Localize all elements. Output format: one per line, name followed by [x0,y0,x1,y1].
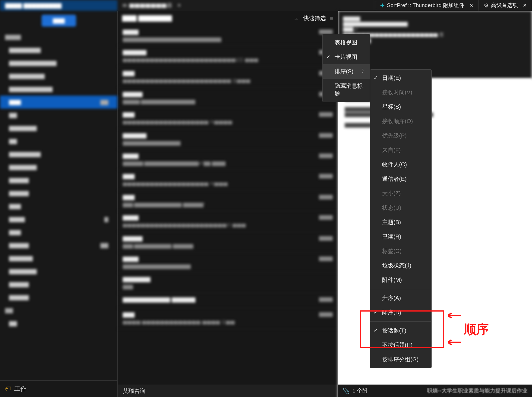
sort-threaded[interactable]: ✓按话题(T) [370,323,431,338]
sort-priority[interactable]: 优先级(P) [370,128,431,143]
message-row[interactable]: ▇▇▇▇▇▇▇▇▇▇▇▇▇▇▇▇▇▇▇▇▇▇▇▇▇▇▇▇▇▇▇行 ▇▇▇ [118,211,338,232]
folder-item[interactable]: ▇▇ [0,317,117,330]
folder-item[interactable]: ▇▇▇▇▇▇▇▇▇▇▇▇ [0,57,117,70]
sort-unthreaded[interactable]: 不按话题(H) [370,338,431,352]
folder-item[interactable]: ▇▇▇ [0,200,117,213]
tab-mail[interactable]: ✉▇▇▇▇▇▇▇器 × [117,0,375,11]
sort-junk[interactable]: 垃圾状态(J) [370,258,431,273]
menu-item-table-view[interactable]: 表格视图 [323,35,370,50]
filter-icon[interactable]: ⫠ [294,15,299,22]
sort-correspondent[interactable]: 通信者(E) [370,172,431,186]
folder-item[interactable]: ▇▇▇▇▇▇▇▇ [0,44,117,57]
folder-sidebar: ▇▇▇ ▇▇▇▇ ▇▇▇▇▇▇▇▇ ▇▇▇▇▇▇▇▇▇▇▇▇ ▇▇▇▇▇▇▇▇▇… [0,11,117,397]
check-icon: ✓ [374,75,378,81]
sort-status[interactable]: 状态(U) [370,201,431,215]
sort-star[interactable]: 星标(S) [370,100,431,114]
message-row[interactable]: ▇▇▇▇▇▇▇▇▇▇▇▇▇▇▇▇▇▇▇▇▇▇▇▇▇▇▇▇▇▇▇▇▇▇▇记】▇▇▇ [118,46,338,67]
annotation-arrow-icon [445,311,462,320]
sort-ascending[interactable]: 升序(A) [370,291,431,305]
message-row[interactable]: ▇▇▇▇▇▇▇▇▇▇ ▇▇▇▇▇▇▇▇▇▇▇▇▇▇ ▇▇▇▇▇▇" [118,191,338,211]
close-icon[interactable]: × [469,2,473,9]
folder-item[interactable]: ▇▇▇▇▇ [0,174,117,187]
folder-title: ▇▇▇ ▇▇▇▇▇▇▇ [122,14,290,22]
check-icon: ✓ [374,309,378,316]
addon-icon: ✦ [380,2,385,9]
message-row[interactable]: ▇▇▇▇▇▇▇▇▇▇▇▇▇▇▇▇▇▇▇▇▇▇▇▇▇▇▇ [118,129,338,149]
folder-item[interactable]: ▇▇▇▇▇ [0,278,117,291]
message-row[interactable]: ▇▇▇▇▇▇▇▇▇▇▇▇▇▇▇▇▇▇▇▇▇▇▇▇▇▇▇▇ [118,252,338,273]
sort-attachment[interactable]: 附件(M) [370,273,431,287]
sort-tags[interactable]: 标签(G) [370,244,431,258]
sort-read[interactable]: 已读(R) [370,229,431,244]
folder-item[interactable]: ▇▇▇▇▇▇ [0,252,117,265]
quick-filter-button[interactable]: 快速筛选 [303,14,326,22]
message-row[interactable]: ▇▇▇▇▇▇▇▇▇▇▇▇▇▇▇▇▇▇▇▇▇▇▇▇▇▇ 均▇▇▇▇ [118,108,338,129]
tab-advanced-prefs[interactable]: ⚙ 高级首选项 × [479,0,532,11]
message-row[interactable]: ▇▇▇▇▇▇▇▇▇▇▇▇▇▇▇▇▇▇▇▇▇▇▇▇▇▇▇▇▇▇▇▇▇▇▇▇▇ [118,25,338,46]
list-toolbar: ▇▇▇ ▇▇▇▇▇▇▇ ⫠ 快速筛选 ≡ [118,11,338,25]
paperclip-icon: 📎 [343,387,350,394]
menu-item-sort[interactable]: 排序(S)〉 [323,64,370,79]
attachment-count: 1 个附 [352,387,368,394]
folder-item[interactable]: ▇▇ [0,109,117,122]
close-icon[interactable]: × [523,2,527,9]
sort-received-order[interactable]: 接收顺序(O) [370,114,431,128]
message-row[interactable]: ▇▇▇▇▇▇▇▇▇▇▇▇▇▇▇▇▇▇▇▇▇▇▇▇▇▇ 均▇▇▇ [118,170,338,191]
folder-item[interactable]: ▇▇▇▇▇▇▇ [0,265,117,278]
menu-item-hide-header[interactable]: 隐藏消息标题 [323,79,370,101]
annotation-label: 顺序 [464,321,489,338]
tag-icon: 🏷 [5,385,11,392]
attachment-bar[interactable]: 📎 1 个附 职熵--大学生职业素质与能力提升课后作业 [338,385,532,397]
tags-row[interactable]: 🏷 工作 [0,380,117,397]
folder-item[interactable]: ▇▇▇▇▇▇▇▇▇ [0,70,117,83]
attachment-filename[interactable]: 职熵--大学生职业素质与能力提升课后作业 [427,387,527,394]
local-header: ▇▇ [0,304,117,317]
sort-descending[interactable]: ✓降序(D) [370,305,431,320]
message-row[interactable]: ▇▇▇▇▇▇▇▇▇▇▇▇▇▇▇▇▇▇▇▇▇▇▇▇▇▇▇▇▇▇▇ 选▇▇▇ [118,67,338,88]
tab-addon-sortpref[interactable]: ✦ SortPref :: Thunderbird 附加组件 × [375,0,479,11]
message-list-pane: ▇▇▇ ▇▇▇▇▇▇▇ ⫠ 快速筛选 ≡ ▇▇▇▇▇▇▇▇▇▇▇▇▇▇▇▇▇▇▇… [117,11,338,397]
sort-date[interactable]: ✓日期(E) [370,71,431,85]
menu-item-card-view[interactable]: ✓卡片视图 [323,50,370,64]
folder-item[interactable]: ▇▇▇▇▇▇▇▇▇▇▇ [0,83,117,96]
menu-separator [370,289,431,289]
compose-button[interactable]: ▇▇▇ [42,15,76,27]
folder-item[interactable]: ▇▇ [0,135,117,148]
folder-item[interactable]: ▇▇▇▇▇▇▇▇ [0,148,117,161]
folder-item[interactable]: ▇▇▇▇▇ [0,291,117,304]
tag-label: 工作 [14,385,27,393]
sort-recipient[interactable]: 收件人(C) [370,157,431,172]
message-row[interactable]: ▇▇▇▇▇▇▇▇▇▇▇▇▇▇ ▇▇▇▇▇▇▇▇▇▇▇▇▇▇▇▇47▇▇ ▇▇▇▇ [118,149,338,170]
folder-item[interactable]: ▇▇▇▇▇▇▇ [0,122,117,135]
check-icon: ✓ [326,54,330,60]
gear-icon: ⚙ [484,2,489,9]
sort-grouped[interactable]: 按排序分组(G) [370,352,431,367]
tab-primary[interactable]: ▇▇▇▇ ▇▇▇▇▇▇▇▇▇ [0,0,117,11]
check-icon: ✓ [374,327,378,334]
message-row[interactable]: ▇▇▇▇▇▇▇▇▇▇▇▇ ▇▇▇▇▇▇▇▇▇▇▇ ▇▇▇▇▇▇ [118,232,338,252]
folder-item[interactable]: ▇▇▇▇▇ [0,213,117,226]
folder-item[interactable]: ▇▇▇▇▇▇▇ [0,239,117,252]
tab-bar: ▇▇▇▇ ▇▇▇▇▇▇▇▇▇ ✉▇▇▇▇▇▇▇器 × ✦ SortPref ::… [0,0,532,11]
sort-submenu: ✓日期(E) 接收时间(V) 星标(S) 接收顺序(O) 优先级(P) 来自(F… [370,69,432,368]
message-row[interactable]: ▇▇▇▇▇▇▇▇▇▇ [118,273,338,293]
sort-size[interactable]: 大小(Z) [370,186,431,201]
message-body: ▇▇▇▇▇▇▇▇▇▇▇▇▇▇▇▇▇▇▇▇▇▇▇▇▇▇▇▇▇▇▇▇▇▇▇▇▇▇▇▇… [338,79,532,397]
sort-from[interactable]: 来自(F) [370,143,431,157]
folder-item-active[interactable]: ▇▇▇▇▇ [0,96,117,109]
view-options-menu: 表格视图 ✓卡片视图 排序(S)〉 隐藏消息标题 [322,34,370,102]
folder-item[interactable]: ▇▇▇ [0,226,117,239]
folder-item[interactable]: ▇▇▇▇▇ [0,187,117,200]
quick-search-footer[interactable]: 艾瑞咨询 [118,385,338,397]
menu-separator [370,321,431,322]
message-row[interactable]: ▇▇▇▇▇▇▇▇▇▇▇ ▇▇▇▇▇▇▇▇▇▇▇▇▇ ▇▇▇▇ 宝▇▇ [118,308,338,329]
sort-received-time[interactable]: 接收时间(V) [370,85,431,100]
sort-subject[interactable]: 主题(B) [370,215,431,229]
folder-item[interactable]: ▇▇▇▇▇▇▇ [0,161,117,174]
accounts-header: ▇▇▇▇ [0,31,117,44]
message-row[interactable]: ▇▇▇▇▇▇▇▇▇▇▇▇▇▇ ▇▇▇▇▇▇▇▇▇▇▇▇▇▇▇▇ [118,88,338,108]
close-icon[interactable]: × [177,2,181,9]
message-list[interactable]: ▇▇▇▇▇▇▇▇▇▇▇▇▇▇▇▇▇▇▇▇▇▇▇▇▇▇▇▇▇▇▇▇▇▇▇▇▇ ▇▇… [118,25,338,385]
view-options-icon[interactable]: ≡ [330,15,333,22]
message-row[interactable]: ▇▇▇▇▇▇▇▇▇▇▇▇▇▇▇▇ ▇▇▇▇▇▇ [118,293,338,308]
